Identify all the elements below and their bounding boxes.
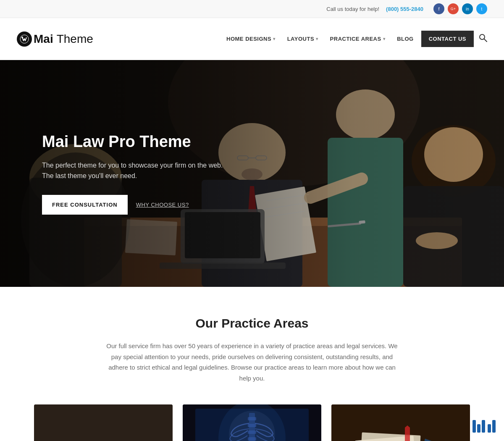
linkedin-icon[interactable]: in bbox=[462, 3, 473, 14]
svg-point-1 bbox=[21, 37, 23, 38]
topbar-cta-text: Call us today for help! bbox=[326, 6, 379, 12]
hero-subtitle: The perfect theme for you to showcase yo… bbox=[42, 160, 223, 181]
logo-mai: Mai bbox=[34, 32, 53, 46]
nav-practice-areas[interactable]: PRACTICE AREAS ▾ bbox=[326, 32, 390, 45]
nav-home-designs[interactable]: HOME DESIGNS ▾ bbox=[222, 32, 280, 45]
practice-areas-description: Our full service firm has over 50 years … bbox=[105, 341, 399, 383]
practice-areas-section: Our Practice Areas Our full service firm… bbox=[0, 287, 504, 441]
brand-watermark bbox=[472, 420, 496, 433]
logo-theme: Theme bbox=[57, 32, 93, 46]
watermark-logo bbox=[472, 420, 496, 433]
practice-card-car[interactable] bbox=[34, 404, 173, 441]
google-plus-icon[interactable]: G+ bbox=[448, 3, 459, 14]
social-icons: f G+ in t bbox=[433, 3, 487, 14]
nav-layouts[interactable]: LAYOUTS ▾ bbox=[283, 32, 323, 45]
site-logo[interactable]: Mai Theme bbox=[17, 32, 93, 47]
wm-bar-1 bbox=[472, 420, 476, 433]
contact-us-button[interactable]: CONTACT US bbox=[421, 31, 474, 47]
nav-blog[interactable]: BLOG bbox=[393, 32, 418, 45]
site-header: Mai Theme HOME DESIGNS ▾ LAYOUTS ▾ PRACT… bbox=[0, 18, 504, 60]
hero-buttons: FREE CONSULTATION WHY CHOOSE US? bbox=[42, 195, 223, 215]
svg-rect-35 bbox=[34, 404, 173, 441]
top-bar: Call us today for help! (800) 555-2840 f… bbox=[0, 0, 504, 18]
wm-bar-2 bbox=[477, 424, 480, 433]
practice-cards bbox=[17, 404, 487, 441]
hero-content: Mai Law Pro Theme The perfect theme for … bbox=[0, 132, 223, 215]
practice-areas-title: Our Practice Areas bbox=[17, 316, 487, 331]
chevron-down-icon: ▾ bbox=[383, 37, 386, 41]
svg-line-3 bbox=[484, 39, 487, 42]
free-consultation-button[interactable]: FREE CONSULTATION bbox=[42, 195, 128, 215]
main-nav: HOME DESIGNS ▾ LAYOUTS ▾ PRACTICE AREAS … bbox=[222, 31, 487, 47]
why-choose-us-button[interactable]: WHY CHOOSE US? bbox=[136, 202, 189, 208]
search-button[interactable] bbox=[479, 34, 487, 44]
facebook-icon[interactable]: f bbox=[433, 3, 444, 14]
svg-rect-65 bbox=[405, 430, 410, 441]
search-icon bbox=[479, 34, 487, 42]
svg-point-2 bbox=[480, 34, 485, 39]
card-medical-image bbox=[183, 404, 321, 441]
hero-title: Mai Law Pro Theme bbox=[42, 132, 223, 152]
chevron-down-icon: ▾ bbox=[273, 37, 276, 41]
hero-section: Mai Law Pro Theme The perfect theme for … bbox=[0, 60, 504, 287]
wm-bar-3 bbox=[482, 420, 485, 433]
topbar-phone[interactable]: (800) 555-2840 bbox=[386, 6, 423, 12]
chevron-down-icon: ▾ bbox=[316, 37, 318, 41]
logo-svg bbox=[20, 34, 29, 44]
wm-bar-3b bbox=[492, 420, 496, 433]
card-legal-image bbox=[331, 404, 470, 441]
practice-card-legal[interactable] bbox=[331, 404, 470, 441]
twitter-icon[interactable]: t bbox=[476, 3, 487, 14]
wm-bar-2b bbox=[488, 424, 491, 433]
practice-card-medical[interactable] bbox=[183, 404, 321, 441]
card-car-image bbox=[34, 404, 173, 441]
logo-icon bbox=[17, 32, 32, 47]
